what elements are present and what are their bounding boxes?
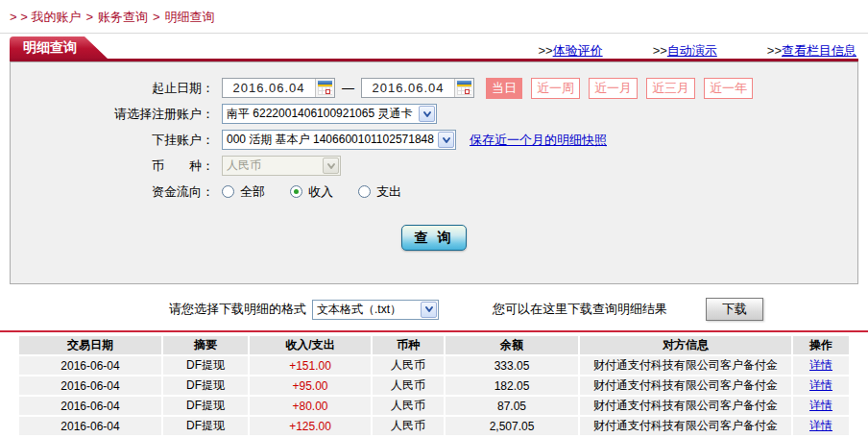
cell-counterparty: 财付通支付科技有限公司客户备付金 [580,356,791,375]
currency-row: 币 种： 人民币 [11,153,857,179]
quick-range-year-button[interactable]: 近一年 [704,78,753,99]
query-button[interactable]: 查 询 [401,225,467,251]
date-to-input[interactable]: 2016.06.04 [361,78,474,98]
calendar-icon[interactable] [454,79,473,97]
radio-icon[interactable] [358,185,371,198]
breadcrumb-separator: > [85,10,93,24]
sub-account-label: 下挂账户： [11,132,214,149]
quick-range-today-button[interactable]: 当日 [486,78,522,99]
flow-row: 资金流向： 全部 收入 支出 [11,179,857,205]
red-divider [0,330,868,332]
chevron-down-icon[interactable] [419,106,435,122]
link-column-info[interactable]: 查看栏目信息 [782,43,856,58]
currency-select: 人民币 [222,156,341,176]
download-button[interactable]: 下载 [706,298,763,321]
date-range-row: 起止日期： 2016.06.04 — 2016.06.04 当日 近一周 近一月… [11,75,857,101]
cell-action: 详情 [793,417,849,435]
table-row: 2016-06-04 DF提现 +125.00 人民币 2,507.05 财付通… [19,417,849,435]
registered-account-select[interactable]: 南平 6222001406100921065 灵通卡 [222,104,437,124]
cell-summary: DF提现 [163,376,248,395]
cell-counterparty: 财付通支付科技有限公司客户备付金 [580,417,791,435]
cell-counterparty: 财付通支付科技有限公司客户备付金 [580,376,791,395]
download-format-label: 请您选择下载明细的格式 [169,301,306,318]
sub-account-select[interactable]: 000 活期 基本户 1406600101102571848 [222,130,456,150]
breadcrumb-item-detail-query[interactable]: 明细查询 [165,10,215,24]
flow-option-label: 支出 [376,183,401,201]
download-format-select[interactable]: 文本格式（.txt） [312,300,439,320]
currency-label: 币 种： [11,158,214,175]
chevron-down-icon [323,158,339,174]
cell-date: 2016-06-04 [19,397,161,415]
cell-amount: +95.00 [250,376,371,395]
cell-currency: 人民币 [373,376,444,395]
detail-link[interactable]: 详情 [809,419,832,432]
date-from-input[interactable]: 2016.06.04 [222,78,335,98]
sub-account-row: 下挂账户： 000 活期 基本户 1406600101102571848 保存近… [11,127,857,153]
cell-amount: +80.00 [250,397,371,415]
quick-range-week-button[interactable]: 近一周 [531,78,580,99]
radio-checked-icon[interactable] [290,185,302,198]
cell-date: 2016-06-04 [19,417,161,435]
flow-radio-expense[interactable]: 支出 [358,183,401,201]
table-row: 2016-06-04 DF提现 +95.00 人民币 182.05 财付通支付科… [19,376,849,395]
chevron-down-icon[interactable] [438,132,454,148]
cell-summary: DF提现 [163,417,248,435]
header-amount: 收入/支出 [250,336,371,354]
detail-link[interactable]: 详情 [809,399,832,412]
breadcrumb-separator: > [153,10,160,24]
cell-summary: DF提现 [163,397,248,415]
sub-account-value: 000 活期 基本户 1406600101102571848 [227,132,437,148]
cell-currency: 人民币 [373,417,444,435]
snapshot-link[interactable]: 保存近一个月的明细快照 [470,132,607,149]
flow-label: 资金流向： [11,183,214,201]
cell-summary: DF提现 [163,356,248,375]
tab-detail-query[interactable]: 明细查询 [10,36,108,59]
transactions-table: 交易日期 摘要 收入/支出 币种 余额 对方信息 操作 2016-06-04 D… [17,334,851,437]
header-action: 操作 [793,336,849,354]
cell-action: 详情 [793,376,849,395]
cell-balance: 333.05 [446,356,578,375]
cell-amount: +151.00 [250,356,371,375]
cell-balance: 182.05 [446,376,578,395]
link-prefix: >> [767,43,782,58]
cell-amount: +125.00 [250,417,371,435]
breadcrumb-item-my-account[interactable]: 我的账户 [31,10,81,24]
header-date: 交易日期 [19,336,161,354]
flow-radio-all[interactable]: 全部 [222,183,265,201]
table-row: 2016-06-04 DF提现 +151.00 人民币 333.05 财付通支付… [19,356,849,375]
cell-balance: 87.05 [446,397,578,415]
link-auto-demo[interactable]: 自动演示 [667,43,717,58]
table-row: 2016-06-04 DF提现 +80.00 人民币 87.05 财付通支付科技… [19,397,849,415]
detail-link[interactable]: 详情 [809,358,832,372]
header-currency: 币种 [373,336,444,354]
cell-counterparty: 财付通支付科技有限公司客户备付金 [580,397,791,415]
query-form-panel: 起止日期： 2016.06.04 — 2016.06.04 当日 近一周 近一月… [10,61,858,284]
quick-range-quarter-button[interactable]: 近三月 [646,78,695,99]
cell-currency: 人民币 [373,356,444,375]
cell-currency: 人民币 [373,397,444,415]
breadcrumb-prefix: > > [10,10,28,24]
header-summary: 摘要 [163,336,248,354]
date-to-value: 2016.06.04 [362,81,454,95]
date-range-label: 起止日期： [11,80,214,97]
link-experience-review[interactable]: 体验评价 [553,43,603,58]
currency-value: 人民币 [227,158,322,174]
calendar-icon[interactable] [315,79,334,97]
table-header-row: 交易日期 摘要 收入/支出 币种 余额 对方信息 操作 [19,336,849,354]
quick-range-month-button[interactable]: 近一月 [589,78,638,99]
flow-option-label: 全部 [240,183,265,201]
cell-action: 详情 [793,356,849,375]
detail-link[interactable]: 详情 [809,378,832,392]
cell-balance: 2,507.05 [446,417,578,435]
flow-radio-income[interactable]: 收入 [290,183,333,201]
link-prefix: >> [538,43,552,58]
breadcrumb-item-account-query[interactable]: 账务查询 [98,10,148,24]
chevron-down-icon[interactable] [421,302,437,318]
registered-account-label: 请选择注册账户： [11,106,214,123]
link-prefix: >> [653,43,667,58]
cell-action: 详情 [793,397,849,415]
header-balance: 余额 [446,336,578,354]
cell-date: 2016-06-04 [19,376,161,395]
radio-icon[interactable] [222,185,234,198]
date-from-value: 2016.06.04 [223,81,315,95]
